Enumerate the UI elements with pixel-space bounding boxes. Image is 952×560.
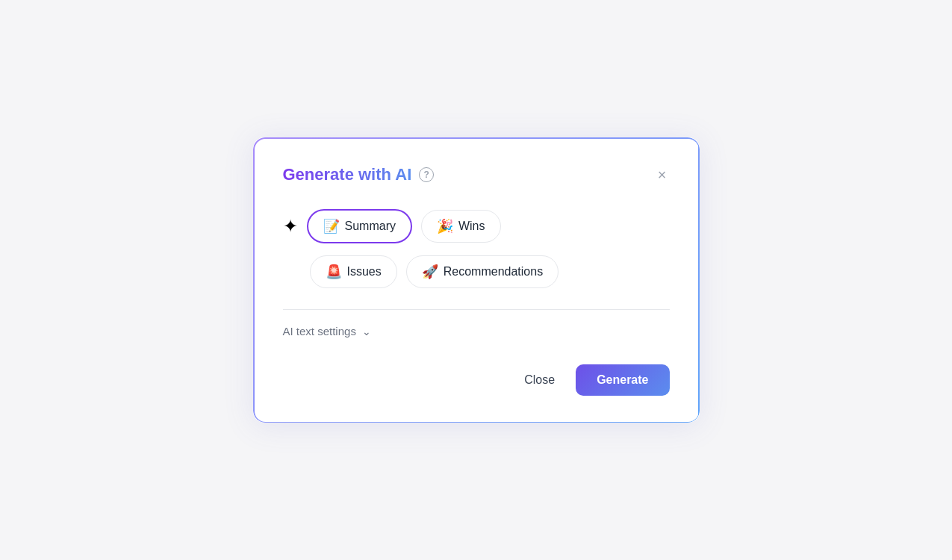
- chip-issues[interactable]: 🚨 Issues: [310, 255, 397, 288]
- issues-emoji: 🚨: [326, 264, 342, 280]
- modal-overlay: Generate with AI ? × ✦ 📝 Summary 🎉 W: [0, 0, 952, 560]
- modal-dialog: Generate with AI ? × ✦ 📝 Summary 🎉 W: [252, 137, 700, 423]
- summary-emoji: 📝: [323, 218, 340, 234]
- generate-button[interactable]: Generate: [576, 364, 669, 396]
- sparkle-icon: ✦: [283, 216, 298, 237]
- modal-footer: Close Generate: [283, 364, 670, 396]
- help-icon[interactable]: ?: [419, 167, 434, 182]
- close-icon: ×: [658, 167, 667, 182]
- chips-section: ✦ 📝 Summary 🎉 Wins 🚨 Issues 🚀 R: [283, 209, 670, 288]
- chip-summary[interactable]: 📝 Summary: [307, 209, 412, 243]
- modal-title-group: Generate with AI ?: [283, 165, 435, 184]
- chips-row-2: 🚨 Issues 🚀 Recommendations: [310, 255, 670, 288]
- modal-title: Generate with AI: [283, 165, 412, 184]
- chevron-down-icon: ⌄: [362, 326, 371, 337]
- chip-wins-label: Wins: [458, 220, 485, 233]
- ai-text-settings-label: AI text settings: [283, 325, 356, 337]
- ai-text-settings-row[interactable]: AI text settings ⌄: [283, 325, 670, 337]
- chips-row-1: ✦ 📝 Summary 🎉 Wins: [283, 209, 670, 243]
- modal-header: Generate with AI ? ×: [283, 164, 670, 185]
- wins-emoji: 🎉: [437, 218, 453, 234]
- chip-issues-label: Issues: [347, 265, 382, 279]
- chip-recommendations[interactable]: 🚀 Recommendations: [406, 255, 559, 288]
- close-button[interactable]: Close: [512, 366, 567, 394]
- close-icon-button[interactable]: ×: [655, 164, 670, 185]
- recommendations-emoji: 🚀: [422, 264, 438, 280]
- chip-summary-label: Summary: [345, 220, 396, 233]
- chip-wins[interactable]: 🎉 Wins: [421, 210, 501, 243]
- chip-recommendations-label: Recommendations: [444, 265, 543, 279]
- divider: [283, 309, 670, 310]
